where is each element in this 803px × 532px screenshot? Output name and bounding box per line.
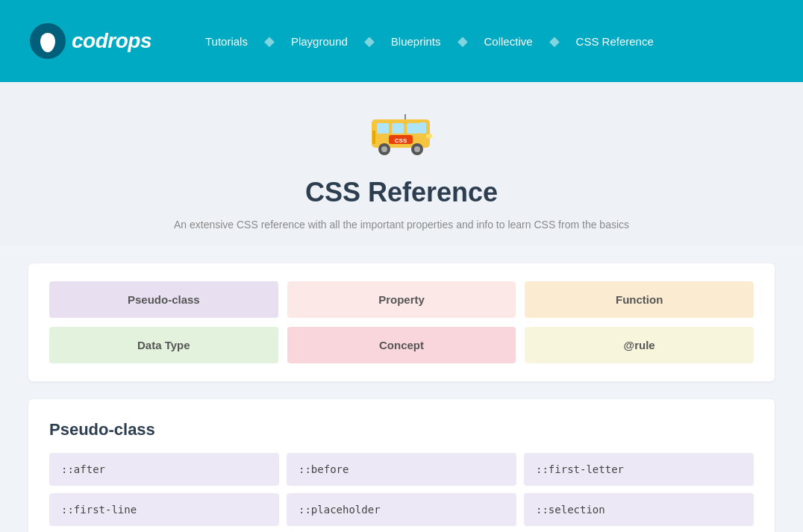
filters-grid: Pseudo-class Property Function Data Type… (49, 281, 754, 363)
filter-data-type[interactable]: Data Type (49, 327, 278, 363)
filter-atrule[interactable]: @rule (525, 327, 754, 363)
pseudo-class-title: Pseudo-class (49, 420, 754, 439)
item-placeholder[interactable]: ::placeholder (287, 493, 516, 526)
item-after[interactable]: ::after (49, 453, 279, 486)
item-before[interactable]: ::before (287, 453, 516, 486)
logo[interactable]: codrops (30, 23, 151, 59)
hero-section: CSS CSS Reference An extensive CSS refer… (0, 82, 803, 245)
filter-property[interactable]: Property (287, 281, 516, 318)
nav-sep-3: ◆ (457, 33, 468, 49)
filter-concept[interactable]: Concept (287, 327, 516, 363)
item-first-line[interactable]: ::first-line (49, 493, 279, 526)
pseudo-class-grid: ::after ::before ::first-letter ::first-… (49, 453, 754, 532)
bus-icon: CSS (15, 112, 788, 168)
main-content: Pseudo-class Property Function Data Type… (0, 263, 803, 532)
nav-playground[interactable]: Playground (282, 31, 357, 52)
logo-icon (30, 23, 66, 59)
logo-drop (40, 33, 55, 52)
nav-tutorials[interactable]: Tutorials (196, 31, 257, 52)
filter-pseudo-class[interactable]: Pseudo-class (49, 281, 278, 318)
item-selection[interactable]: ::selection (524, 493, 754, 526)
svg-rect-12 (372, 131, 375, 144)
svg-rect-11 (426, 134, 432, 138)
svg-rect-4 (419, 122, 426, 134)
category-filters: Pseudo-class Property Function Data Type… (28, 263, 775, 381)
svg-rect-2 (392, 123, 404, 134)
svg-rect-1 (377, 123, 389, 134)
site-header: codrops Tutorials ◆ Playground ◆ Bluepri… (0, 0, 803, 82)
main-nav: Tutorials ◆ Playground ◆ Blueprints ◆ Co… (196, 31, 663, 52)
filter-function[interactable]: Function (525, 281, 754, 318)
nav-sep-1: ◆ (264, 33, 275, 49)
nav-css-reference[interactable]: CSS Reference (567, 31, 663, 52)
pseudo-class-section: Pseudo-class ::after ::before ::first-le… (28, 399, 775, 532)
svg-rect-3 (407, 123, 419, 134)
item-first-letter[interactable]: ::first-letter (524, 453, 754, 486)
svg-text:CSS: CSS (395, 137, 407, 144)
svg-point-8 (381, 146, 387, 152)
svg-point-10 (414, 146, 420, 152)
page-title: CSS Reference (15, 177, 788, 208)
logo-text: codrops (72, 29, 151, 53)
nav-collective[interactable]: Collective (475, 31, 542, 52)
nav-sep-2: ◆ (364, 33, 375, 49)
nav-blueprints[interactable]: Blueprints (382, 31, 450, 52)
nav-sep-4: ◆ (549, 33, 560, 49)
hero-subtitle: An extensive CSS reference with all the … (15, 219, 788, 231)
